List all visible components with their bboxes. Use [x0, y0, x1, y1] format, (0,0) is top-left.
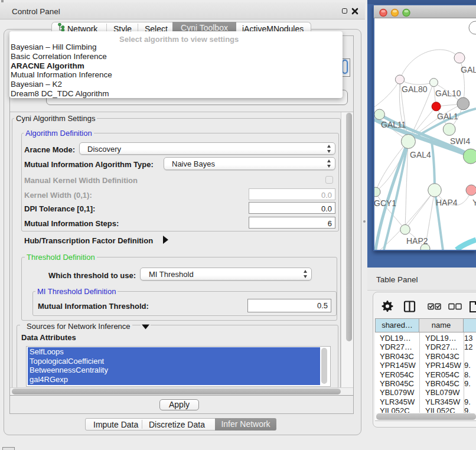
svg-text:GAL: GAL	[461, 65, 476, 74]
svg-text:GAL10: GAL10	[435, 89, 461, 98]
svg-text:HAP4: HAP4	[436, 198, 458, 207]
svg-text:GCY1: GCY1	[374, 198, 396, 208]
svg-text:GAL80: GAL80	[402, 84, 428, 94]
svg-text:GAL1: GAL1	[437, 112, 458, 121]
svg-text:GAL4: GAL4	[410, 150, 431, 159]
svg-text:Y: Y	[472, 198, 476, 207]
svg-text:GAL11: GAL11	[381, 120, 406, 129]
svg-text:HAP2: HAP2	[406, 236, 428, 246]
svg-text:SWI4: SWI4	[450, 136, 470, 146]
